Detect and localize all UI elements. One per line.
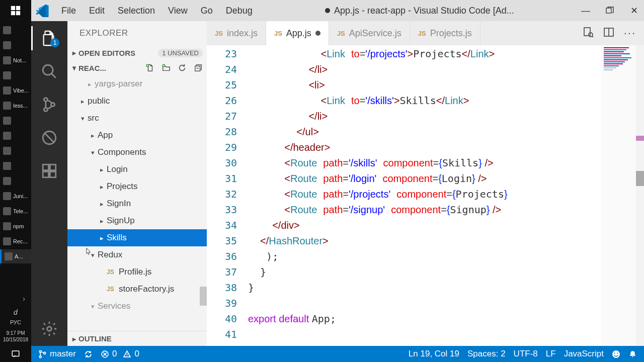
- unsaved-dot-icon: [325, 8, 330, 13]
- tab-projects-js[interactable]: JSProjects.js: [410, 21, 480, 45]
- taskbar-app-ws[interactable]: [0, 129, 31, 143]
- close-button[interactable]: ✕: [629, 6, 639, 16]
- svg-rect-14: [50, 171, 55, 177]
- menu-selection[interactable]: Selection: [112, 4, 161, 18]
- scrollbar-thumb[interactable]: [636, 171, 644, 186]
- taskbar-app-cortana[interactable]: [0, 23, 31, 37]
- chevron-right-icon: ▸: [69, 335, 78, 343]
- svg-point-7: [43, 65, 53, 75]
- menu-debug[interactable]: Debug: [220, 4, 259, 18]
- feedback-smiley-icon[interactable]: [612, 350, 620, 358]
- svg-point-10: [51, 103, 55, 106]
- tree-item-services[interactable]: ▾Services: [67, 298, 207, 315]
- taskbar-app-chrome[interactable]: Juni...: [0, 189, 31, 203]
- editor-scrollbar[interactable]: [636, 45, 644, 346]
- cursor-position[interactable]: Ln 19, Col 19: [409, 349, 459, 359]
- status-bar: master 0 0 Ln 19, Col 19 Spaces: 2 UTF-8…: [31, 346, 644, 362]
- minimap[interactable]: [601, 45, 636, 346]
- collapse-all-icon[interactable]: [193, 62, 204, 73]
- tree-item-storefactory-js[interactable]: JSstoreFactory.js: [67, 281, 207, 298]
- svg-rect-2: [11, 11, 15, 15]
- taskbar-app-viber[interactable]: Vibe...: [0, 83, 31, 98]
- svg-point-21: [589, 33, 593, 37]
- svg-rect-3: [16, 11, 20, 15]
- vscode-window: FileEditSelectionViewGoDebug App.js - re…: [31, 0, 644, 362]
- svg-rect-4: [12, 351, 19, 356]
- project-header[interactable]: ▾ REAC...: [67, 60, 207, 75]
- tree-item-app[interactable]: ▸App: [67, 127, 207, 144]
- svg-rect-15: [50, 164, 55, 170]
- tree-item-skills[interactable]: ▸Skills: [67, 229, 207, 246]
- taskbar-app-cmd[interactable]: npm: [0, 219, 31, 233]
- split-editor-icon[interactable]: [603, 26, 615, 40]
- tree-scrollbar-thumb[interactable]: [200, 287, 207, 306]
- code-editor[interactable]: <Link to='/projects'>Projects</Link> </l…: [248, 45, 601, 346]
- tree-item-public[interactable]: ▸public: [67, 93, 207, 110]
- menu-go[interactable]: Go: [195, 4, 219, 18]
- taskbar-app-edge[interactable]: Not...: [0, 53, 31, 67]
- chevron-down-icon: ▾: [69, 64, 78, 72]
- taskbar-app-vscode[interactable]: A...: [0, 249, 31, 263]
- source-control-icon[interactable]: [39, 95, 59, 115]
- tree-item-projects[interactable]: ▸Projects: [67, 178, 207, 195]
- explorer-badge: 1: [50, 38, 59, 47]
- taskbar-app-vs[interactable]: [0, 68, 31, 82]
- debug-icon[interactable]: [39, 128, 59, 148]
- tab-index-js[interactable]: JSindex.js: [207, 21, 266, 45]
- eol[interactable]: LF: [546, 349, 556, 359]
- explorer-icon[interactable]: 1: [39, 28, 59, 48]
- notification-icon[interactable]: [0, 346, 31, 362]
- menu-edit[interactable]: Edit: [83, 4, 111, 18]
- open-editors-header[interactable]: ▸ OPEN EDITORS 1 UNSAVED: [67, 45, 207, 60]
- more-actions-icon[interactable]: ···: [624, 27, 636, 40]
- git-branch[interactable]: master: [38, 349, 76, 359]
- file-tree: ▸yargs-parser▸public▾src▸App▾Components▸…: [67, 75, 207, 331]
- taskbar-expand-icon[interactable]: ›: [0, 293, 31, 305]
- tree-item-profile-js[interactable]: JSProfile.js: [67, 263, 207, 281]
- taskbar-app-telegram[interactable]: Tele...: [0, 204, 31, 218]
- svg-rect-5: [606, 8, 611, 13]
- tree-item-signin[interactable]: ▸SignIn: [67, 195, 207, 212]
- tree-item-login[interactable]: ▸Login: [67, 161, 207, 178]
- taskbar-app-rec[interactable]: Rec...: [0, 234, 31, 248]
- taskbar-app-taskview[interactable]: [0, 38, 31, 52]
- minimize-button[interactable]: —: [581, 6, 591, 16]
- tree-item-src[interactable]: ▾src: [67, 110, 207, 127]
- settings-gear-icon[interactable]: [39, 319, 59, 339]
- svg-rect-20: [584, 28, 590, 36]
- unsaved-badge: 1 UNSAVED: [158, 49, 203, 57]
- taskbar-app-vs2[interactable]: [0, 114, 31, 128]
- dirty-dot-icon: [315, 31, 320, 36]
- encoding[interactable]: UTF-8: [514, 349, 538, 359]
- extensions-icon[interactable]: [39, 161, 59, 181]
- taskbar-app-c[interactable]: [0, 144, 31, 158]
- system-tray[interactable]: d РУС 9:17 PM 10/15/2018: [0, 305, 31, 346]
- svg-point-8: [44, 98, 47, 102]
- menu-file[interactable]: File: [55, 4, 82, 18]
- indent-setting[interactable]: Spaces: 2: [467, 349, 506, 359]
- search-icon[interactable]: [39, 61, 59, 81]
- chevron-right-icon: ▸: [69, 49, 78, 57]
- outline-header[interactable]: ▸ OUTLINE: [67, 331, 207, 346]
- tab-app-js[interactable]: JSApp.js: [266, 21, 329, 45]
- tree-item-signup[interactable]: ▸SignUp: [67, 212, 207, 229]
- tree-item-components[interactable]: ▾Components: [67, 144, 207, 161]
- start-button[interactable]: [0, 0, 31, 21]
- refresh-icon[interactable]: [177, 62, 188, 73]
- editor-area: JSindex.jsJSApp.jsJSApiService.jsJSProje…: [207, 21, 644, 346]
- problems[interactable]: 0 0: [101, 349, 139, 359]
- new-file-icon[interactable]: [144, 62, 155, 73]
- maximize-button[interactable]: [605, 6, 615, 16]
- taskbar-app-opera[interactable]: [0, 174, 31, 188]
- taskbar-app-q[interactable]: [0, 159, 31, 173]
- tab-apiservice-js[interactable]: JSApiService.js: [329, 21, 410, 45]
- explorer-sidebar: EXPLORER ▸ OPEN EDITORS 1 UNSAVED ▾ REAC…: [67, 21, 207, 346]
- notifications-bell-icon[interactable]: [628, 350, 637, 358]
- tree-item-yargs-parser[interactable]: ▸yargs-parser: [67, 75, 207, 93]
- open-changes-icon[interactable]: [582, 26, 594, 40]
- language-mode[interactable]: JavaScript: [564, 349, 604, 359]
- taskbar-app-folder[interactable]: less...: [0, 99, 31, 113]
- new-folder-icon[interactable]: [160, 62, 172, 73]
- sync-icon[interactable]: [84, 350, 93, 358]
- menu-view[interactable]: View: [162, 4, 194, 18]
